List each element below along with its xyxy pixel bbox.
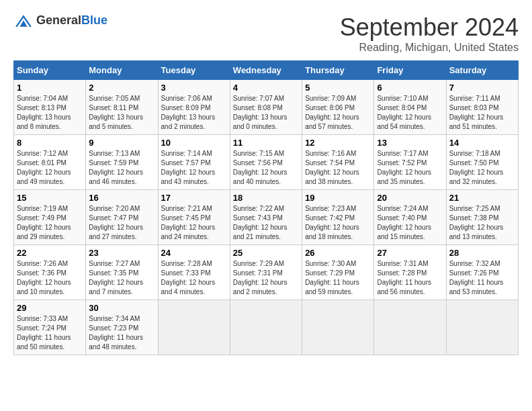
day-cell: 1 Sunrise: 7:04 AMSunset: 8:13 PMDayligh… xyxy=(14,80,86,135)
day-cell: 23 Sunrise: 7:27 AMSunset: 7:35 PMDaylig… xyxy=(86,245,158,300)
header-day-tuesday: Tuesday xyxy=(158,61,230,80)
day-cell xyxy=(374,300,446,355)
day-number: 14 xyxy=(449,138,515,148)
day-cell: 2 Sunrise: 7:05 AMSunset: 8:11 PMDayligh… xyxy=(86,80,158,135)
day-info: Sunrise: 7:27 AMSunset: 7:35 PMDaylight:… xyxy=(89,260,143,295)
day-info: Sunrise: 7:30 AMSunset: 7:29 PMDaylight:… xyxy=(305,260,359,295)
day-info: Sunrise: 7:21 AMSunset: 7:45 PMDaylight:… xyxy=(161,205,216,240)
week-row-3: 15 Sunrise: 7:19 AMSunset: 7:49 PMDaylig… xyxy=(14,190,519,245)
day-info: Sunrise: 7:31 AMSunset: 7:28 PMDaylight:… xyxy=(377,260,431,295)
header: GeneralBlue September 2024 Reading, Mich… xyxy=(13,13,519,54)
week-row-4: 22 Sunrise: 7:26 AMSunset: 7:36 PMDaylig… xyxy=(14,245,519,300)
day-number: 25 xyxy=(233,248,299,258)
day-cell: 8 Sunrise: 7:12 AMSunset: 8:01 PMDayligh… xyxy=(14,135,86,190)
month-title: September 2024 xyxy=(340,13,519,42)
day-cell: 27 Sunrise: 7:31 AMSunset: 7:28 PMDaylig… xyxy=(374,245,446,300)
day-cell: 24 Sunrise: 7:28 AMSunset: 7:33 PMDaylig… xyxy=(158,245,230,300)
day-cell: 26 Sunrise: 7:30 AMSunset: 7:29 PMDaylig… xyxy=(302,245,374,300)
day-cell: 22 Sunrise: 7:26 AMSunset: 7:36 PMDaylig… xyxy=(14,245,86,300)
day-number: 26 xyxy=(305,248,371,258)
day-cell: 28 Sunrise: 7:32 AMSunset: 7:26 PMDaylig… xyxy=(446,245,518,300)
day-number: 10 xyxy=(161,138,227,148)
day-number: 1 xyxy=(17,83,83,93)
day-info: Sunrise: 7:18 AMSunset: 7:50 PMDaylight:… xyxy=(449,150,504,185)
day-info: Sunrise: 7:34 AMSunset: 7:23 PMDaylight:… xyxy=(89,315,143,351)
day-cell xyxy=(158,300,230,355)
calendar-table: SundayMondayTuesdayWednesdayThursdayFrid… xyxy=(13,60,519,355)
day-info: Sunrise: 7:17 AMSunset: 7:52 PMDaylight:… xyxy=(377,150,431,185)
title-section: September 2024 Reading, Michigan, United… xyxy=(340,13,519,54)
day-cell: 12 Sunrise: 7:16 AMSunset: 7:54 PMDaylig… xyxy=(302,135,374,190)
day-info: Sunrise: 7:04 AMSunset: 8:13 PMDaylight:… xyxy=(17,95,71,130)
day-info: Sunrise: 7:09 AMSunset: 8:06 PMDaylight:… xyxy=(305,95,359,130)
header-day-saturday: Saturday xyxy=(446,61,518,80)
day-number: 7 xyxy=(449,83,515,93)
day-info: Sunrise: 7:20 AMSunset: 7:47 PMDaylight:… xyxy=(89,205,143,240)
day-cell: 7 Sunrise: 7:11 AMSunset: 8:03 PMDayligh… xyxy=(446,80,518,135)
day-info: Sunrise: 7:12 AMSunset: 8:01 PMDaylight:… xyxy=(17,150,71,185)
day-number: 9 xyxy=(89,138,154,148)
day-cell: 5 Sunrise: 7:09 AMSunset: 8:06 PMDayligh… xyxy=(302,80,374,135)
day-info: Sunrise: 7:07 AMSunset: 8:08 PMDaylight:… xyxy=(233,95,287,130)
calendar-body: 1 Sunrise: 7:04 AMSunset: 8:13 PMDayligh… xyxy=(14,80,519,355)
day-number: 17 xyxy=(161,193,227,203)
day-info: Sunrise: 7:26 AMSunset: 7:36 PMDaylight:… xyxy=(17,260,71,295)
day-info: Sunrise: 7:15 AMSunset: 7:56 PMDaylight:… xyxy=(233,150,287,185)
day-cell xyxy=(446,300,518,355)
header-day-monday: Monday xyxy=(86,61,158,80)
header-row: SundayMondayTuesdayWednesdayThursdayFrid… xyxy=(14,61,519,80)
day-cell: 10 Sunrise: 7:14 AMSunset: 7:57 PMDaylig… xyxy=(158,135,230,190)
day-cell: 11 Sunrise: 7:15 AMSunset: 7:56 PMDaylig… xyxy=(230,135,302,190)
calendar-header: SundayMondayTuesdayWednesdayThursdayFrid… xyxy=(14,61,519,80)
day-number: 23 xyxy=(89,248,154,258)
day-number: 24 xyxy=(161,248,227,258)
day-number: 30 xyxy=(89,303,154,313)
location-title: Reading, Michigan, United States xyxy=(340,42,519,54)
day-cell: 16 Sunrise: 7:20 AMSunset: 7:47 PMDaylig… xyxy=(86,190,158,245)
day-cell: 19 Sunrise: 7:23 AMSunset: 7:42 PMDaylig… xyxy=(302,190,374,245)
day-cell: 14 Sunrise: 7:18 AMSunset: 7:50 PMDaylig… xyxy=(446,135,518,190)
logo-general: General xyxy=(36,13,81,27)
day-info: Sunrise: 7:24 AMSunset: 7:40 PMDaylight:… xyxy=(377,205,431,240)
day-cell: 4 Sunrise: 7:07 AMSunset: 8:08 PMDayligh… xyxy=(230,80,302,135)
day-number: 18 xyxy=(233,193,299,203)
day-info: Sunrise: 7:29 AMSunset: 7:31 PMDaylight:… xyxy=(233,260,287,295)
day-info: Sunrise: 7:14 AMSunset: 7:57 PMDaylight:… xyxy=(161,150,216,185)
day-number: 5 xyxy=(305,83,371,93)
day-info: Sunrise: 7:22 AMSunset: 7:43 PMDaylight:… xyxy=(233,205,287,240)
day-info: Sunrise: 7:11 AMSunset: 8:03 PMDaylight:… xyxy=(449,95,504,130)
header-day-thursday: Thursday xyxy=(302,61,374,80)
day-info: Sunrise: 7:23 AMSunset: 7:42 PMDaylight:… xyxy=(305,205,359,240)
week-row-2: 8 Sunrise: 7:12 AMSunset: 8:01 PMDayligh… xyxy=(14,135,519,190)
logo-icon xyxy=(13,14,34,28)
day-info: Sunrise: 7:25 AMSunset: 7:38 PMDaylight:… xyxy=(449,205,504,240)
day-number: 6 xyxy=(377,83,443,93)
day-number: 16 xyxy=(89,193,154,203)
day-number: 19 xyxy=(305,193,371,203)
day-info: Sunrise: 7:32 AMSunset: 7:26 PMDaylight:… xyxy=(449,260,504,295)
day-number: 22 xyxy=(17,248,83,258)
day-info: Sunrise: 7:19 AMSunset: 7:49 PMDaylight:… xyxy=(17,205,71,240)
day-number: 2 xyxy=(89,83,154,93)
week-row-5: 29 Sunrise: 7:33 AMSunset: 7:24 PMDaylig… xyxy=(14,300,519,355)
day-cell: 20 Sunrise: 7:24 AMSunset: 7:40 PMDaylig… xyxy=(374,190,446,245)
day-cell: 17 Sunrise: 7:21 AMSunset: 7:45 PMDaylig… xyxy=(158,190,230,245)
day-cell: 3 Sunrise: 7:06 AMSunset: 8:09 PMDayligh… xyxy=(158,80,230,135)
day-number: 29 xyxy=(17,303,83,313)
day-number: 28 xyxy=(449,248,515,258)
header-day-wednesday: Wednesday xyxy=(230,61,302,80)
day-info: Sunrise: 7:13 AMSunset: 7:59 PMDaylight:… xyxy=(89,150,143,185)
day-number: 11 xyxy=(233,138,299,148)
day-number: 21 xyxy=(449,193,515,203)
day-number: 15 xyxy=(17,193,83,203)
day-info: Sunrise: 7:16 AMSunset: 7:54 PMDaylight:… xyxy=(305,150,359,185)
day-number: 12 xyxy=(305,138,371,148)
day-number: 3 xyxy=(161,83,227,93)
day-cell: 9 Sunrise: 7:13 AMSunset: 7:59 PMDayligh… xyxy=(86,135,158,190)
week-row-1: 1 Sunrise: 7:04 AMSunset: 8:13 PMDayligh… xyxy=(14,80,519,135)
day-cell: 29 Sunrise: 7:33 AMSunset: 7:24 PMDaylig… xyxy=(14,300,86,355)
day-number: 4 xyxy=(233,83,299,93)
day-info: Sunrise: 7:28 AMSunset: 7:33 PMDaylight:… xyxy=(161,260,216,295)
day-info: Sunrise: 7:06 AMSunset: 8:09 PMDaylight:… xyxy=(161,95,216,130)
logo-blue: Blue xyxy=(81,13,107,27)
